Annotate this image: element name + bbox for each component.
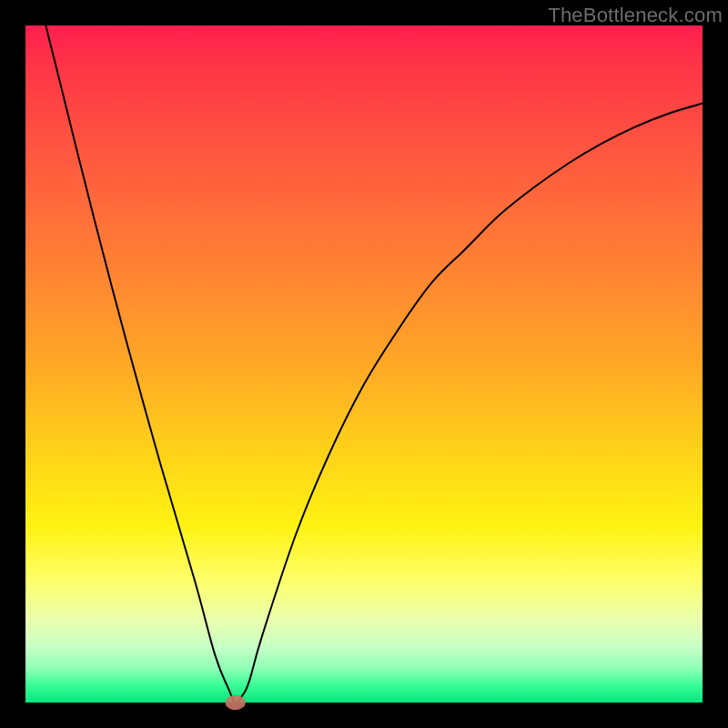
chart-frame: TheBottleneck.com xyxy=(0,0,728,728)
plot-area xyxy=(25,25,703,703)
curve-path xyxy=(25,0,703,703)
minimum-marker xyxy=(225,695,245,710)
bottleneck-curve xyxy=(25,25,703,703)
watermark-text: TheBottleneck.com xyxy=(548,4,723,27)
